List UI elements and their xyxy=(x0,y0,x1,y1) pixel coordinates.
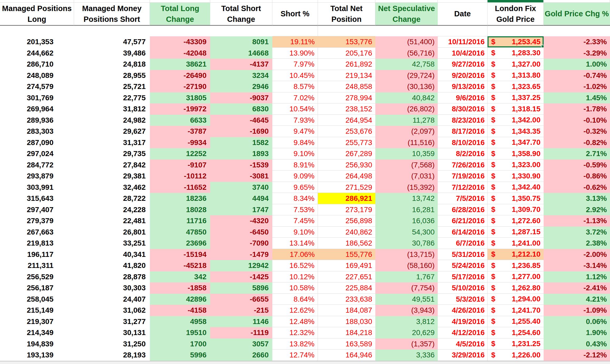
header-managed-money-positions-short[interactable]: Managed Money Positions Short xyxy=(74,3,150,26)
cell-short[interactable]: 41,820 xyxy=(74,260,150,271)
cell-short_pct[interactable]: 10.45% xyxy=(272,70,318,81)
cell-short[interactable]: 28,878 xyxy=(74,271,150,283)
blank-cell[interactable] xyxy=(74,26,150,36)
cell-price[interactable]: $1,241.70 xyxy=(488,305,544,316)
cell-price[interactable]: $1,323.00 xyxy=(488,159,544,171)
cell-date[interactable]: 7/26/2016 xyxy=(438,159,488,171)
cell-price_chg[interactable]: -3.29% xyxy=(544,48,610,59)
cell-long_chg[interactable]: 342 xyxy=(150,271,210,283)
cell-price[interactable]: $1,272.60 xyxy=(488,215,544,227)
header-date[interactable]: Date xyxy=(438,3,488,26)
cell-short_chg[interactable]: 2660 xyxy=(210,350,272,361)
cell-long_chg[interactable]: 1700 xyxy=(150,338,210,350)
cell-price_chg[interactable]: 0.43% xyxy=(544,338,610,350)
cell-net_pos[interactable]: 253,676 xyxy=(318,126,375,137)
cell-price[interactable]: $1,231.25 xyxy=(488,338,544,350)
cell-short[interactable]: 30,131 xyxy=(74,327,150,338)
cell-net_spec[interactable]: 40,842 xyxy=(375,92,438,104)
cell-long_chg[interactable]: 18236 xyxy=(150,193,210,204)
cell-short_chg[interactable]: 3234 xyxy=(210,70,272,81)
cell-short_pct[interactable]: 12.74% xyxy=(272,350,318,361)
cell-long_chg[interactable]: -45218 xyxy=(150,260,210,271)
cell-date[interactable]: 5/17/2016 xyxy=(438,271,488,283)
cell-long_chg[interactable]: -1858 xyxy=(150,282,210,294)
cell-long_chg[interactable]: -43309 xyxy=(150,36,210,48)
cell-net_pos[interactable]: 267,289 xyxy=(318,148,375,159)
cell-date[interactable]: 8/23/2016 xyxy=(438,115,488,126)
cell-price[interactable]: $1,313.80 xyxy=(488,70,544,81)
cell-short[interactable]: 31,812 xyxy=(74,103,150,115)
cell-net_spec[interactable]: (1,357) xyxy=(375,338,438,350)
cell-net_spec[interactable]: 54,300 xyxy=(375,227,438,238)
cell-date[interactable]: 8/30/2016 xyxy=(438,103,488,115)
cell-date[interactable]: 5/24/2016 xyxy=(438,260,488,271)
cell-net_spec[interactable]: (51,400) xyxy=(375,36,438,48)
cell-long[interactable]: 301,769 xyxy=(0,92,74,104)
header-london-fix-gold-price[interactable]: London Fix Gold Price xyxy=(488,3,544,26)
cell-long[interactable]: 286,710 xyxy=(0,59,74,70)
cell-short[interactable]: 29,381 xyxy=(74,171,150,182)
cell-price_chg[interactable]: -2.12% xyxy=(544,350,610,361)
cell-short_pct[interactable]: 12.62% xyxy=(272,305,318,316)
cell-short_chg[interactable]: 1893 xyxy=(210,148,272,159)
cell-short_chg[interactable]: 3057 xyxy=(210,338,272,350)
cell-price_chg[interactable]: 1.00% xyxy=(544,59,610,70)
cell-short_chg[interactable]: -9037 xyxy=(210,92,272,104)
cell-short_chg[interactable]: -4137 xyxy=(210,59,272,70)
header-total-short-change[interactable]: Total Short Change xyxy=(210,3,272,26)
cell-net_spec[interactable]: 20,629 xyxy=(375,327,438,338)
cell-short[interactable]: 26,801 xyxy=(74,227,150,238)
cell-short_chg[interactable]: 6830 xyxy=(210,103,272,115)
cell-short_chg[interactable]: 2946 xyxy=(210,81,272,92)
cell-short_pct[interactable]: 9.09% xyxy=(272,171,318,182)
cell-short_pct[interactable]: 17.06% xyxy=(272,249,318,260)
cell-date[interactable]: 9/13/2016 xyxy=(438,81,488,92)
cell-long[interactable]: 244,662 xyxy=(0,48,74,59)
cell-price_chg[interactable]: -0.62% xyxy=(544,182,610,193)
cell-short_pct[interactable]: 8.64% xyxy=(272,294,318,305)
cell-net_pos[interactable]: 240,862 xyxy=(318,227,375,238)
cell-price_chg[interactable]: -1.13% xyxy=(544,215,610,227)
cell-long[interactable]: 303,991 xyxy=(0,182,74,193)
blank-cell[interactable] xyxy=(210,26,272,36)
cell-price_chg[interactable]: 2.38% xyxy=(544,238,610,249)
cell-price_chg[interactable]: 2.71% xyxy=(544,148,610,159)
cell-net_pos[interactable]: 238,152 xyxy=(318,103,375,115)
cell-short_chg[interactable]: -215 xyxy=(210,305,272,316)
cell-short_pct[interactable]: 13.90% xyxy=(272,48,318,59)
cell-net_spec[interactable]: (29,724) xyxy=(375,70,438,81)
cell-price[interactable]: $1,226.00 xyxy=(488,350,544,361)
cell-short_chg[interactable]: 1582 xyxy=(210,137,272,148)
cell-price[interactable]: $1,287.15 xyxy=(488,227,544,238)
cell-long_chg[interactable]: -3787 xyxy=(150,126,210,137)
cell-net_pos[interactable]: 264,498 xyxy=(318,171,375,182)
cell-short[interactable]: 22,481 xyxy=(74,215,150,227)
cell-short_pct[interactable]: 12.32% xyxy=(272,327,318,338)
cell-short_pct[interactable]: 10.54% xyxy=(272,103,318,115)
cell-short_chg[interactable]: 5896 xyxy=(210,282,272,294)
cell-net_pos[interactable]: 163,589 xyxy=(318,338,375,350)
cell-long[interactable]: 256,187 xyxy=(0,282,74,294)
cell-long_chg[interactable]: 23696 xyxy=(150,238,210,249)
cell-short[interactable]: 25,721 xyxy=(74,81,150,92)
cell-price_chg[interactable]: -1.09% xyxy=(544,305,610,316)
cell-long[interactable]: 284,772 xyxy=(0,159,74,171)
cell-net_pos[interactable]: 248,858 xyxy=(318,81,375,92)
cell-long_chg[interactable]: -19972 xyxy=(150,103,210,115)
cell-price_chg[interactable]: 3.13% xyxy=(544,193,610,204)
cell-date[interactable]: 6/14/2016 xyxy=(438,227,488,238)
cell-short[interactable]: 24,818 xyxy=(74,59,150,70)
cell-date[interactable]: 5/3/2016 xyxy=(438,294,488,305)
cell-net_pos[interactable]: 169,491 xyxy=(318,260,375,271)
cell-short[interactable]: 31,277 xyxy=(74,316,150,327)
cell-net_pos[interactable]: 205,176 xyxy=(318,48,375,59)
cell-long[interactable]: 287,090 xyxy=(0,137,74,148)
cell-short[interactable]: 29,735 xyxy=(74,148,150,159)
cell-short_pct[interactable]: 7.97% xyxy=(272,59,318,70)
cell-net_spec[interactable]: 3,336 xyxy=(375,350,438,361)
cell-net_pos[interactable]: 153,776 xyxy=(318,36,375,48)
cell-long_chg[interactable]: -26490 xyxy=(150,70,210,81)
cell-net_spec[interactable]: (7,568) xyxy=(375,159,438,171)
cell-short[interactable]: 24,407 xyxy=(74,294,150,305)
blank-cell[interactable] xyxy=(150,26,210,36)
